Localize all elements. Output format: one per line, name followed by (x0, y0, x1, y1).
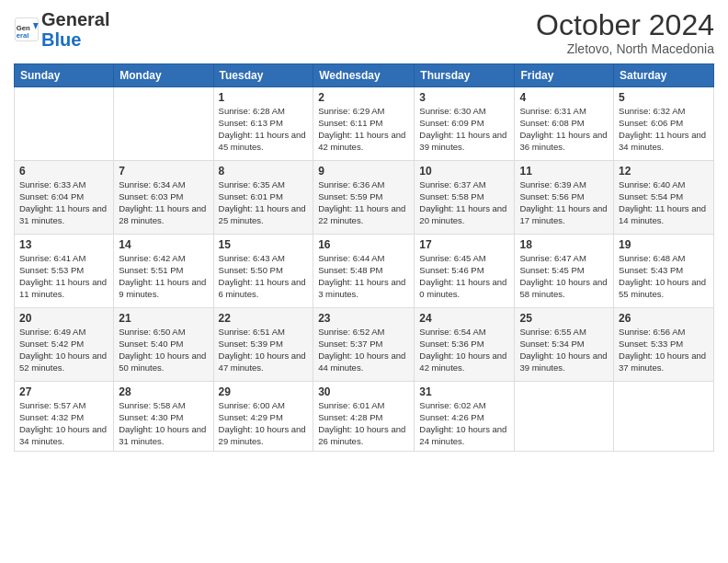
logo-general: General (41, 9, 109, 29)
day-info: Sunrise: 6:54 AMSunset: 5:36 PMDaylight:… (419, 327, 509, 373)
day-number: 12 (619, 165, 709, 178)
day-info: Sunrise: 6:52 AMSunset: 5:37 PMDaylight:… (318, 327, 409, 373)
day-number: 15 (219, 238, 309, 251)
header-friday: Friday (515, 64, 614, 87)
day-number: 28 (119, 385, 208, 398)
day-number: 5 (619, 91, 709, 104)
day-number: 7 (119, 165, 208, 178)
day-info: Sunrise: 6:31 AMSunset: 6:08 PMDaylight:… (519, 106, 609, 153)
table-row: 18Sunrise: 6:47 AMSunset: 5:45 PMDayligh… (515, 235, 614, 308)
table-row (614, 382, 714, 452)
logo-icon: Gen eral (14, 17, 40, 42)
day-number: 11 (519, 165, 609, 178)
header-tuesday: Tuesday (213, 64, 313, 87)
day-info: Sunrise: 6:47 AMSunset: 5:45 PMDaylight:… (519, 253, 609, 300)
table-row: 9Sunrise: 6:36 AMSunset: 5:59 PMDaylight… (313, 161, 415, 235)
table-row: 29Sunrise: 6:00 AMSunset: 4:29 PMDayligh… (213, 382, 313, 452)
day-info: Sunrise: 6:35 AMSunset: 6:01 PMDaylight:… (219, 179, 309, 226)
table-row: 22Sunrise: 6:51 AMSunset: 5:39 PMDayligh… (213, 308, 313, 382)
day-number: 26 (619, 312, 709, 325)
day-number: 29 (219, 385, 309, 398)
calendar-page: Gen eral General Blue October 2024 Zleto… (0, 0, 728, 563)
day-info: Sunrise: 6:56 AMSunset: 5:33 PMDaylight:… (619, 327, 709, 373)
table-row: 5Sunrise: 6:32 AMSunset: 6:06 PMDaylight… (614, 87, 714, 161)
day-info: Sunrise: 6:49 AMSunset: 5:42 PMDaylight:… (19, 327, 108, 373)
day-number: 6 (19, 165, 108, 178)
table-row: 30Sunrise: 6:01 AMSunset: 4:28 PMDayligh… (313, 382, 415, 452)
day-info: Sunrise: 6:01 AMSunset: 4:28 PMDaylight:… (318, 400, 409, 447)
day-info: Sunrise: 6:00 AMSunset: 4:29 PMDaylight:… (219, 400, 309, 447)
table-row: 11Sunrise: 6:39 AMSunset: 5:56 PMDayligh… (515, 161, 614, 235)
day-info: Sunrise: 6:41 AMSunset: 5:53 PMDaylight:… (19, 253, 108, 300)
day-info: Sunrise: 6:32 AMSunset: 6:06 PMDaylight:… (619, 106, 709, 153)
table-row: 1Sunrise: 6:28 AMSunset: 6:13 PMDaylight… (213, 87, 313, 161)
day-number: 21 (119, 312, 208, 325)
table-row: 24Sunrise: 6:54 AMSunset: 5:36 PMDayligh… (415, 308, 515, 382)
table-row: 21Sunrise: 6:50 AMSunset: 5:40 PMDayligh… (114, 308, 213, 382)
table-row: 26Sunrise: 6:56 AMSunset: 5:33 PMDayligh… (614, 308, 714, 382)
weekday-header-row: Sunday Monday Tuesday Wednesday Thursday… (15, 64, 714, 87)
day-info: Sunrise: 5:57 AMSunset: 4:32 PMDaylight:… (19, 400, 108, 447)
day-info: Sunrise: 6:34 AMSunset: 6:03 PMDaylight:… (119, 179, 208, 226)
day-info: Sunrise: 6:37 AMSunset: 5:58 PMDaylight:… (419, 179, 509, 226)
table-row: 8Sunrise: 6:35 AMSunset: 6:01 PMDaylight… (213, 161, 313, 235)
day-number: 4 (519, 91, 609, 104)
location: Zletovo, North Macedonia (536, 41, 714, 56)
svg-text:eral: eral (17, 31, 29, 40)
day-info: Sunrise: 6:48 AMSunset: 5:43 PMDaylight:… (619, 253, 709, 300)
day-number: 22 (219, 312, 309, 325)
day-info: Sunrise: 6:42 AMSunset: 5:51 PMDaylight:… (119, 253, 208, 300)
table-row: 16Sunrise: 6:44 AMSunset: 5:48 PMDayligh… (313, 235, 415, 308)
day-info: Sunrise: 6:30 AMSunset: 6:09 PMDaylight:… (419, 106, 509, 153)
day-info: Sunrise: 5:58 AMSunset: 4:30 PMDaylight:… (119, 400, 208, 447)
day-number: 3 (419, 91, 509, 104)
table-row: 25Sunrise: 6:55 AMSunset: 5:34 PMDayligh… (515, 308, 614, 382)
day-info: Sunrise: 6:50 AMSunset: 5:40 PMDaylight:… (119, 327, 208, 373)
day-number: 18 (519, 238, 609, 251)
day-number: 16 (318, 238, 409, 251)
day-number: 17 (419, 238, 509, 251)
title-block: October 2024 Zletovo, North Macedonia (536, 9, 714, 56)
table-row: 4Sunrise: 6:31 AMSunset: 6:08 PMDaylight… (515, 87, 614, 161)
day-number: 24 (419, 312, 509, 325)
table-row: 6Sunrise: 6:33 AMSunset: 6:04 PMDaylight… (15, 161, 114, 235)
table-row: 28Sunrise: 5:58 AMSunset: 4:30 PMDayligh… (114, 382, 213, 452)
table-row: 20Sunrise: 6:49 AMSunset: 5:42 PMDayligh… (15, 308, 114, 382)
table-row: 19Sunrise: 6:48 AMSunset: 5:43 PMDayligh… (614, 235, 714, 308)
table-row: 31Sunrise: 6:02 AMSunset: 4:26 PMDayligh… (415, 382, 515, 452)
day-info: Sunrise: 6:45 AMSunset: 5:46 PMDaylight:… (419, 253, 509, 300)
table-row: 10Sunrise: 6:37 AMSunset: 5:58 PMDayligh… (415, 161, 515, 235)
day-number: 9 (318, 165, 409, 178)
header-thursday: Thursday (415, 64, 515, 87)
day-number: 2 (318, 91, 409, 104)
header: Gen eral General Blue October 2024 Zleto… (14, 9, 714, 56)
day-number: 8 (219, 165, 309, 178)
table-row: 2Sunrise: 6:29 AMSunset: 6:11 PMDaylight… (313, 87, 415, 161)
day-number: 13 (19, 238, 108, 251)
day-info: Sunrise: 6:40 AMSunset: 5:54 PMDaylight:… (619, 179, 709, 226)
logo-blue: Blue (41, 29, 81, 50)
day-number: 30 (318, 385, 409, 398)
day-number: 19 (619, 238, 709, 251)
table-row: 13Sunrise: 6:41 AMSunset: 5:53 PMDayligh… (15, 235, 114, 308)
header-monday: Monday (114, 64, 213, 87)
table-row: 15Sunrise: 6:43 AMSunset: 5:50 PMDayligh… (213, 235, 313, 308)
table-row: 14Sunrise: 6:42 AMSunset: 5:51 PMDayligh… (114, 235, 213, 308)
day-info: Sunrise: 6:02 AMSunset: 4:26 PMDaylight:… (419, 400, 509, 447)
table-row: 23Sunrise: 6:52 AMSunset: 5:37 PMDayligh… (313, 308, 415, 382)
day-info: Sunrise: 6:28 AMSunset: 6:13 PMDaylight:… (219, 106, 309, 153)
table-row (114, 87, 213, 161)
month-title: October 2024 (536, 9, 714, 41)
table-row: 3Sunrise: 6:30 AMSunset: 6:09 PMDaylight… (415, 87, 515, 161)
day-info: Sunrise: 6:55 AMSunset: 5:34 PMDaylight:… (519, 327, 609, 373)
day-number: 27 (19, 385, 108, 398)
day-number: 1 (219, 91, 309, 104)
calendar-table: Sunday Monday Tuesday Wednesday Thursday… (14, 63, 714, 452)
day-info: Sunrise: 6:51 AMSunset: 5:39 PMDaylight:… (219, 327, 309, 373)
logo: Gen eral General Blue (14, 9, 109, 50)
day-info: Sunrise: 6:43 AMSunset: 5:50 PMDaylight:… (219, 253, 309, 300)
table-row: 7Sunrise: 6:34 AMSunset: 6:03 PMDaylight… (114, 161, 213, 235)
day-info: Sunrise: 6:39 AMSunset: 5:56 PMDaylight:… (519, 179, 609, 226)
logo-text: General Blue (41, 9, 109, 50)
day-number: 31 (419, 385, 509, 398)
